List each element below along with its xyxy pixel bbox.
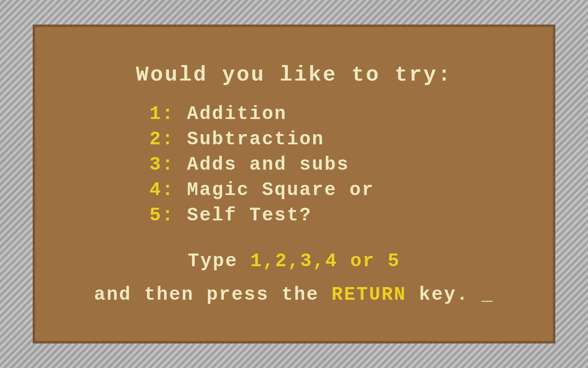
- bottom-prompt: and then press the RETURN key. _: [94, 284, 494, 305]
- menu-label-5: Self Test?: [187, 205, 312, 226]
- menu-item-5[interactable]: 5: Self Test?: [149, 205, 374, 226]
- title-text: Would you like to try:: [136, 63, 452, 87]
- menu-number-1: 1:: [149, 103, 187, 125]
- return-highlight: RETURN: [332, 284, 407, 305]
- bottom-suffix: key. _: [406, 284, 494, 305]
- main-panel: Would you like to try: 1: Addition 2: Su…: [33, 25, 555, 343]
- menu-number-5: 5:: [149, 205, 187, 226]
- menu-list: 1: Addition 2: Subtraction 3: Adds and s…: [149, 103, 374, 226]
- menu-label-4: Magic Square or: [187, 180, 374, 201]
- type-prompt: Type 1,2,3,4 or 5: [188, 251, 400, 272]
- menu-number-4: 4:: [149, 180, 187, 201]
- menu-item-4[interactable]: 4: Magic Square or: [149, 180, 374, 201]
- menu-item-2[interactable]: 2: Subtraction: [149, 129, 374, 150]
- menu-number-2: 2:: [149, 129, 187, 150]
- menu-label-3: Adds and subs: [187, 154, 350, 175]
- title-label: Would you like to try:: [136, 63, 452, 87]
- menu-label-2: Subtraction: [187, 129, 325, 150]
- menu-number-3: 3:: [149, 154, 187, 175]
- type-highlight: 1,2,3,4 or 5: [250, 251, 400, 272]
- bottom-prefix: and then press the: [94, 284, 332, 305]
- menu-item-1[interactable]: 1: Addition: [149, 103, 374, 125]
- menu-label-1: Addition: [187, 103, 287, 125]
- menu-item-3[interactable]: 3: Adds and subs: [149, 154, 374, 175]
- type-prefix: Type: [188, 251, 250, 272]
